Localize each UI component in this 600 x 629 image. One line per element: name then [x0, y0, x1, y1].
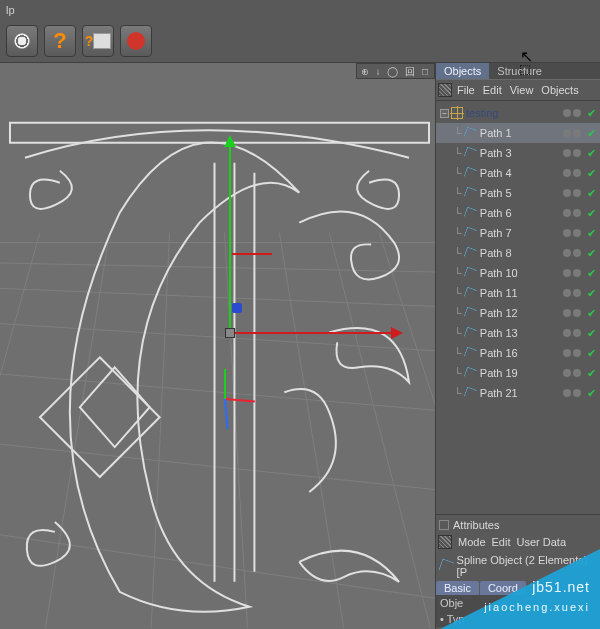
tree-item[interactable]: └Path 4✔: [436, 163, 600, 183]
tree-item-label: Path 8: [480, 247, 563, 259]
spline-icon: [464, 347, 477, 360]
axis-x-gizmo[interactable]: [235, 332, 395, 334]
tree-item[interactable]: └Path 8✔: [436, 243, 600, 263]
visibility-check-icon[interactable]: ✔: [587, 147, 596, 160]
drag-ghost-icon: [520, 65, 530, 75]
tree-item[interactable]: └Path 5✔: [436, 183, 600, 203]
axis-z-handle[interactable]: [232, 303, 242, 313]
menu-view[interactable]: View: [507, 84, 537, 96]
gizmo-origin[interactable]: [225, 328, 235, 338]
tree-item[interactable]: └Path 16✔: [436, 343, 600, 363]
visibility-check-icon[interactable]: ✔: [587, 187, 596, 200]
calendar-icon: [93, 33, 111, 49]
attr-options-icon[interactable]: [438, 535, 452, 549]
spline-icon: [464, 367, 477, 380]
menu-fragment: lp: [6, 4, 15, 16]
visibility-check-icon[interactable]: ✔: [587, 167, 596, 180]
attr-menu-userdata[interactable]: User Data: [517, 536, 567, 548]
object-tree[interactable]: − testing ✔ └Path 1✔└Path 3✔└Path 4✔└Pat…: [436, 101, 600, 514]
tree-item-label: Path 13: [480, 327, 563, 339]
tree-item[interactable]: └Path 10✔: [436, 263, 600, 283]
visibility-check-icon[interactable]: ✔: [587, 367, 596, 380]
spline-artwork: [0, 63, 435, 628]
spline-icon: [464, 307, 477, 320]
panel-options-icon[interactable]: [438, 83, 452, 97]
spline-icon: [464, 387, 477, 400]
tree-item[interactable]: └Path 11✔: [436, 283, 600, 303]
spline-icon: [464, 127, 477, 140]
tree-item-label: Path 21: [480, 387, 563, 399]
globe-icon: [127, 32, 145, 50]
toolbar-particles-button[interactable]: [6, 25, 38, 57]
toolbar-help-button[interactable]: ?: [44, 25, 76, 57]
collapse-icon[interactable]: −: [440, 109, 449, 118]
tree-item-label: Path 5: [480, 187, 563, 199]
axis-y-gizmo[interactable]: [229, 143, 231, 333]
tree-item[interactable]: └Path 13✔: [436, 323, 600, 343]
spline-icon: [464, 207, 477, 220]
visibility-check-icon[interactable]: ✔: [587, 287, 596, 300]
viewport[interactable]: ⊕ ↓ ◯ 回 □: [0, 63, 436, 629]
tree-root-row[interactable]: − testing ✔: [436, 103, 600, 123]
tree-item-label: Path 7: [480, 227, 563, 239]
tree-item-label: Path 1: [480, 127, 563, 139]
spline-icon: [464, 147, 477, 160]
attr-menu-edit[interactable]: Edit: [492, 536, 511, 548]
cursor-icon: [520, 47, 534, 61]
spline-icon: [464, 327, 477, 340]
visibility-check-icon[interactable]: ✔: [587, 127, 596, 140]
tree-item-label: Path 16: [480, 347, 563, 359]
tree-item[interactable]: └Path 21✔: [436, 383, 600, 403]
attr-menu-mode[interactable]: Mode: [458, 536, 486, 548]
spline-icon: [464, 267, 477, 280]
visibility-check-icon[interactable]: ✔: [587, 247, 596, 260]
attr-tab-coord[interactable]: Coord: [480, 581, 526, 595]
tree-item[interactable]: └Path 3✔: [436, 143, 600, 163]
null-object-icon: [451, 107, 463, 119]
tab-objects[interactable]: Objects: [436, 63, 489, 79]
tree-item[interactable]: └Path 7✔: [436, 223, 600, 243]
tree-item-label: Path 4: [480, 167, 563, 179]
tree-item-label: Path 10: [480, 267, 563, 279]
visibility-check-icon[interactable]: ✔: [587, 307, 596, 320]
tree-item-label: Path 19: [480, 367, 563, 379]
tree-item[interactable]: └Path 6✔: [436, 203, 600, 223]
attr-collapse-toggle[interactable]: [439, 520, 449, 530]
attr-tab-basic[interactable]: Basic: [436, 581, 479, 595]
attributes-title: Attributes: [453, 519, 499, 531]
tree-item-label: Path 11: [480, 287, 563, 299]
menu-file[interactable]: File: [454, 84, 478, 96]
visibility-check-icon[interactable]: ✔: [587, 347, 596, 360]
attr-object-desc: Spline Object (2 Elements) [P: [457, 554, 597, 578]
question-small-icon: ?: [85, 33, 94, 49]
visibility-check-icon[interactable]: ✔: [587, 387, 596, 400]
spline-icon: [464, 227, 477, 240]
spline-icon: [464, 287, 477, 300]
toolbar-schedule-button[interactable]: ?: [82, 25, 114, 57]
visibility-check-icon[interactable]: ✔: [587, 327, 596, 340]
attr-status-row: Obje: [436, 595, 600, 611]
question-icon: ?: [53, 28, 66, 54]
tree-item-label: Path 6: [480, 207, 563, 219]
tree-item-label: Path 3: [480, 147, 563, 159]
menu-objects[interactable]: Objects: [538, 84, 581, 96]
tree-item[interactable]: └Path 1✔: [436, 123, 600, 143]
tree-root-label[interactable]: testing: [466, 107, 563, 119]
tree-item-label: Path 12: [480, 307, 563, 319]
toolbar-web-button[interactable]: [120, 25, 152, 57]
tree-item[interactable]: └Path 19✔: [436, 363, 600, 383]
visibility-check-icon[interactable]: ✔: [587, 207, 596, 220]
menu-edit[interactable]: Edit: [480, 84, 505, 96]
objects-panel-menu: File Edit View Objects: [436, 79, 600, 101]
spline-icon: [439, 559, 454, 574]
spline-icon: [464, 167, 477, 180]
visibility-check-icon[interactable]: ✔: [587, 227, 596, 240]
axis-xz-plane-handle[interactable]: [232, 253, 272, 255]
attr-type-row: • Typ: [436, 611, 600, 627]
panel-tabs: Objects Structure: [436, 63, 600, 79]
visibility-check-icon[interactable]: ✔: [587, 267, 596, 280]
tree-item[interactable]: └Path 12✔: [436, 303, 600, 323]
spline-icon: [464, 187, 477, 200]
spline-icon: [464, 247, 477, 260]
